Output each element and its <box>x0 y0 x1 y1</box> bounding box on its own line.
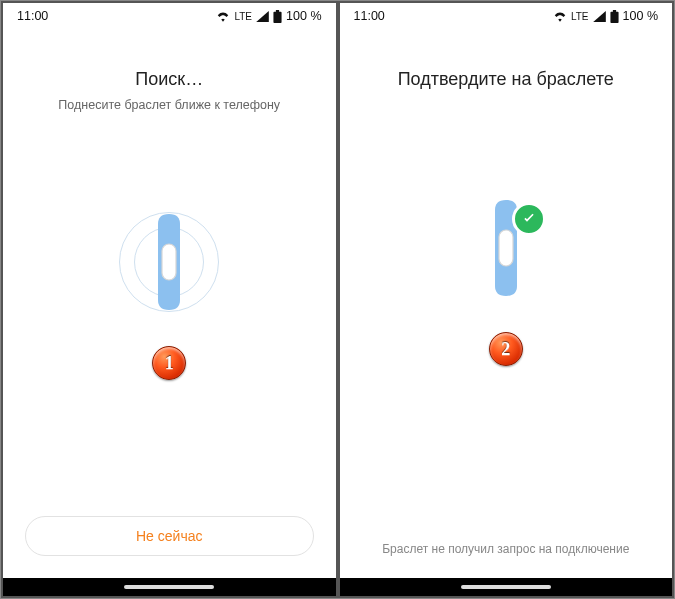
svg-rect-1 <box>499 230 513 266</box>
statusbar: 11:00 LTE 100 % <box>340 3 673 29</box>
band-illustration <box>436 178 576 318</box>
signal-icon <box>593 11 606 22</box>
phone-right: 11:00 LTE 100 % Подтвердите на браслете … <box>338 1 675 598</box>
svg-rect-0 <box>162 244 176 280</box>
band-illustration <box>99 192 239 332</box>
android-nav[interactable] <box>340 578 673 596</box>
step-badge: 2 <box>489 332 523 366</box>
status-network: LTE <box>571 11 589 22</box>
wifi-icon <box>216 11 230 22</box>
page-title: Подтвердите на браслете <box>398 69 614 90</box>
battery-icon <box>610 10 619 23</box>
not-now-button[interactable]: Не сейчас <box>25 516 314 556</box>
status-network: LTE <box>234 11 252 22</box>
screen-searching: Поиск… Поднесите браслет ближе к телефон… <box>3 29 336 578</box>
statusbar: 11:00 LTE 100 % <box>3 3 336 29</box>
wifi-icon <box>553 11 567 22</box>
page-subtitle: Поднесите браслет ближе к телефону <box>58 98 280 112</box>
page-title: Поиск… <box>135 69 203 90</box>
nav-handle[interactable] <box>461 585 551 589</box>
status-battery: 100 % <box>286 9 321 23</box>
checkmark-icon <box>512 202 546 236</box>
band-icon <box>150 214 188 310</box>
signal-icon <box>256 11 269 22</box>
android-nav[interactable] <box>3 578 336 596</box>
phone-left: 11:00 LTE 100 % Поиск… Поднесите браслет… <box>1 1 338 598</box>
status-battery: 100 % <box>623 9 658 23</box>
status-time: 11:00 <box>354 9 385 23</box>
battery-icon <box>273 10 282 23</box>
status-time: 11:00 <box>17 9 48 23</box>
step-badge: 1 <box>152 346 186 380</box>
connection-status-text: Браслет не получил запрос на подключение <box>382 542 629 556</box>
nav-handle[interactable] <box>124 585 214 589</box>
screen-confirm: Подтвердите на браслете 2 Браслет не пол… <box>340 29 673 578</box>
